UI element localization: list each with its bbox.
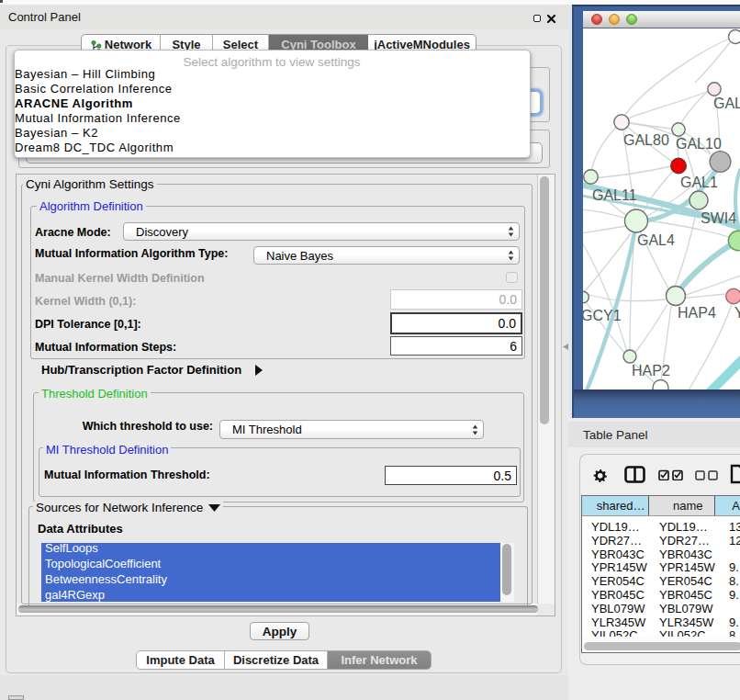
svg-text:HAP4: HAP4 bbox=[678, 305, 716, 321]
svg-text:GAL7: GAL7 bbox=[713, 96, 740, 111]
svg-text:GAL11: GAL11 bbox=[592, 187, 637, 203]
svg-text:GAL10: GAL10 bbox=[676, 136, 722, 152]
svg-text:SWI4: SWI4 bbox=[701, 210, 736, 226]
svg-text:GAL4: GAL4 bbox=[637, 232, 675, 248]
svg-text:HAP2: HAP2 bbox=[632, 363, 670, 378]
svg-text:GAL80: GAL80 bbox=[623, 132, 669, 148]
svg-text:GCY1: GCY1 bbox=[583, 308, 622, 323]
svg-text:YM: YM bbox=[734, 305, 740, 321]
svg-text:GAL1: GAL1 bbox=[680, 175, 718, 190]
